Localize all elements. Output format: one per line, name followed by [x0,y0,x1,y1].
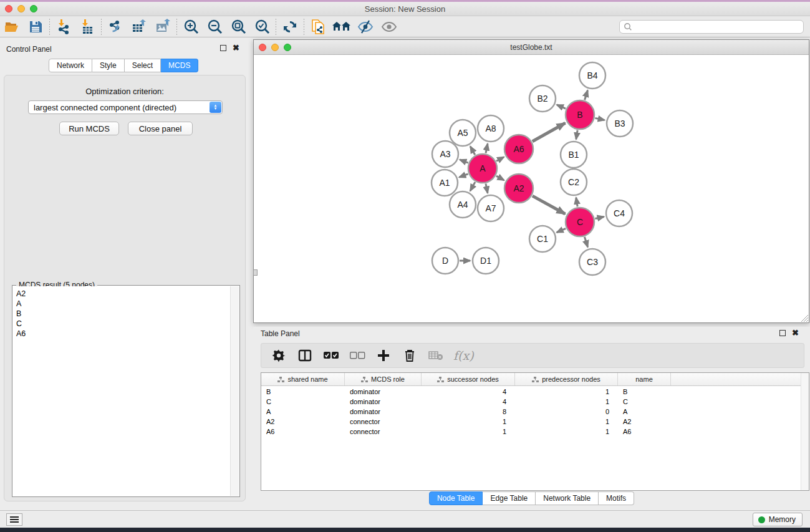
graph-edge-A-A8[interactable] [486,143,488,153]
zoom-out-icon[interactable] [203,17,226,36]
graph-edge-B-B1[interactable] [576,130,577,140]
table-cell[interactable]: 1 [422,417,515,427]
add-column-icon[interactable] [375,347,392,364]
table-row[interactable]: Adominator80A [261,407,801,417]
graph-edge-A-A1[interactable] [459,174,468,177]
delete-column-icon[interactable] [401,347,418,364]
graph-edge-C-C3[interactable] [584,237,587,247]
table-cell[interactable]: B [261,387,345,397]
table-cell[interactable]: C [261,397,345,407]
duplicate-network-icon[interactable] [306,17,330,36]
divider-grip[interactable] [253,269,258,276]
select-all-columns-icon[interactable] [322,347,340,364]
export-network-icon[interactable] [104,17,127,36]
split-columns-icon[interactable] [296,347,314,364]
optimization-dropdown[interactable]: largest connected component (directed) ▲… [28,100,223,114]
close-panel-button[interactable]: Close panel [128,122,193,135]
table-cell[interactable]: 4 [422,387,515,397]
graph-edge-A-A3[interactable] [460,160,468,163]
memory-button[interactable]: Memory [753,513,803,526]
table-row[interactable]: A2connector11A2 [261,417,801,427]
table-cell[interactable]: A [618,407,671,417]
first-neighbors-icon[interactable] [330,17,354,36]
column-header-predecessor-nodes[interactable]: predecessor nodes [515,373,618,385]
mcds-result-item[interactable]: A [16,299,230,309]
table-cell[interactable]: 1 [422,427,515,437]
run-mcds-button[interactable]: Run MCDS [59,122,119,135]
graph-edge-C-C2[interactable] [576,198,577,207]
graph-edge-C-C4[interactable] [595,216,604,218]
graph-edge-A6-B[interactable] [533,123,566,142]
graph-edge-A-A4[interactable] [470,182,475,191]
delete-table-icon[interactable] [427,347,445,364]
mcds-result-item[interactable]: C [16,319,230,329]
zoom-in-icon[interactable] [179,17,203,36]
table-cell[interactable]: C [618,397,671,407]
table-cell[interactable]: 1 [515,427,618,437]
gear-icon[interactable] [270,347,287,364]
tab-style[interactable]: Style [92,59,125,72]
tab-edge-table[interactable]: Edge Table [483,491,536,505]
save-session-icon[interactable] [24,17,47,36]
column-header-successor-nodes[interactable]: successor nodes [422,373,515,385]
tab-network[interactable]: Network [49,59,92,72]
table-cell[interactable]: A2 [618,417,671,427]
zoom-fit-icon[interactable] [226,17,250,36]
table-cell[interactable]: connector [345,417,422,427]
table-row[interactable]: Cdominator41C [261,397,801,407]
zoom-selected-icon[interactable] [250,17,274,36]
function-builder-icon[interactable]: f(x) [453,349,474,362]
network-window-titlebar[interactable]: testGlobe.txt [254,40,809,55]
table-cell[interactable]: A6 [618,427,671,437]
graph-edge-A-A6[interactable] [496,157,504,161]
table-cell[interactable]: 0 [515,407,618,417]
show-all-icon[interactable] [377,17,401,36]
float-panel-icon[interactable] [220,45,226,51]
table-cell[interactable]: 1 [515,397,618,407]
table-cell[interactable]: B [618,387,671,397]
mcds-result-scrollbar[interactable] [230,286,239,496]
table-cell[interactable]: 4 [422,397,515,407]
tab-node-table[interactable]: Node Table [429,491,483,505]
table-cell[interactable]: dominator [345,407,422,417]
table-cell[interactable]: dominator [345,387,422,397]
table-cell[interactable]: dominator [345,397,422,407]
task-history-button[interactable] [6,513,22,526]
graph-edge-A-A2[interactable] [496,176,504,180]
graph-edge-A-A5[interactable] [470,147,475,155]
graph-edge-A2-C[interactable] [533,196,565,214]
import-network-icon[interactable] [52,17,75,36]
search-input[interactable] [632,21,803,32]
graph-edge-C-C1[interactable] [557,228,566,232]
export-table-icon[interactable] [127,17,151,36]
table-row[interactable]: Bdominator41B [261,387,801,397]
table-cell[interactable]: A6 [261,427,345,437]
table-cell[interactable]: 1 [515,417,618,427]
close-panel-icon[interactable]: ✖ [233,45,239,51]
column-header-shared-name[interactable]: shared name [261,373,345,385]
table-cell[interactable]: connector [345,427,422,437]
mcds-result-item[interactable]: A2 [16,289,230,299]
table-cell[interactable]: A [261,407,345,417]
float-table-panel-icon[interactable] [779,330,786,336]
open-session-icon[interactable] [0,17,24,36]
table-cell[interactable]: 1 [515,387,618,397]
tab-network-table[interactable]: Network Table [536,491,599,505]
column-header-name[interactable]: name [618,373,671,385]
hide-selected-icon[interactable] [354,17,377,36]
search-field[interactable] [619,20,804,34]
table-cell[interactable]: 8 [422,407,515,417]
mcds-result-item[interactable]: B [16,309,230,319]
network-canvas[interactable]: A5A8A3AA1A4A7A6A2B2B4BB3B1C2CC4C1C3DD1 [255,56,808,321]
tab-select[interactable]: Select [125,59,161,72]
graph-edge-B-B3[interactable] [595,118,604,120]
tab-motifs[interactable]: Motifs [599,491,634,505]
resize-grip-icon[interactable] [799,313,808,322]
graph-edge-B-B2[interactable] [557,105,566,109]
tab-mcds[interactable]: MCDS [161,59,198,72]
close-table-panel-icon[interactable]: ✖ [792,330,799,336]
mcds-result-item[interactable]: A6 [16,329,230,339]
graph-edge-A-A7[interactable] [486,183,488,193]
table-row[interactable]: A6connector11A6 [261,427,801,437]
table-scrollbar[interactable] [801,373,809,490]
